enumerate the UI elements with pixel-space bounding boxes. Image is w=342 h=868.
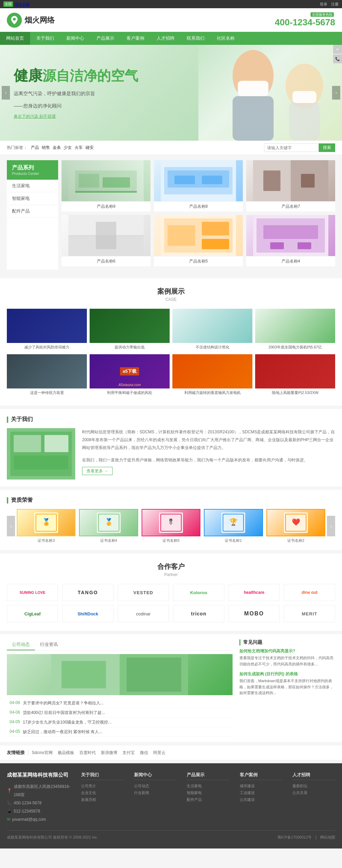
partner-merit[interactable]: MERIT [284,605,335,622]
tag-gold[interactable]: 金条 [53,145,61,151]
footer-link-culture[interactable]: 企业文化 [81,791,96,795]
product-item-6[interactable]: 产品名称6 [62,215,150,266]
nav-item-products[interactable]: 产品展示 [90,32,120,45]
footer-link-public[interactable]: 公共建设 [240,797,255,802]
product-item-8[interactable]: 产品名称8 [154,160,243,212]
nav-item-about[interactable]: 关于我们 [30,32,60,45]
news-tab-industry[interactable]: 行业资讯 [35,639,63,650]
login-link[interactable]: 登录 [320,2,327,6]
news-tab-company[interactable]: 公司动态 [7,639,35,650]
case-text-6: 利用平衡和磁子做成的风轮 [90,388,170,397]
honor-item-3[interactable]: 🎖 证书名称5 [142,509,200,543]
footer-link-industry-news[interactable]: 行业新闻 [134,791,149,795]
partner-shiftdock[interactable]: ShiftDock [62,605,114,622]
footer-link-smart-appliance[interactable]: 智能家电 [187,791,202,795]
svg-rect-31 [168,225,195,246]
city-switch-link[interactable]: 城市切换 [15,2,30,7]
product-item-9[interactable]: 产品名称9 [62,160,150,212]
nav-item-community[interactable]: 社区名称 [211,32,241,45]
banner-link[interactable]: 鼻尖下的污染 刻不容缓 [14,114,56,119]
footer-link-intro[interactable]: 公司简介 [81,784,96,788]
case-item-2[interactable]: 提供动力带输出低 [90,309,170,352]
tag-train[interactable]: 火车 [75,145,83,151]
link-baidu[interactable]: 百度时代 [79,750,96,756]
case-item-4[interactable]: 2003年底全国电力装机约5.67亿 [255,309,335,352]
svg-rect-32 [202,222,229,235]
honor-item-1[interactable]: 🏅 证书名称3 [17,509,76,543]
tag-product[interactable]: 产品 [31,145,39,151]
partner-tricon[interactable]: tricon [173,605,224,622]
side-tool-edit[interactable]: ✏ [333,45,342,54]
register-link[interactable]: 注册 [331,2,339,6]
nav-item-home[interactable]: 网站首页 [0,32,30,45]
about-more-link[interactable]: 查看更多 → [82,467,113,475]
link-wechat[interactable]: 微信 [140,750,148,756]
case-text-4: 2003年底全国电力装机约5.67亿 [255,343,335,352]
footer-sitemap-link[interactable]: 网站地图 [320,835,335,839]
case-img-2 [90,309,170,343]
partner-label-5: healthcare [244,590,264,595]
link-alipay[interactable]: 支付宝 [122,750,135,756]
footer-link-positions[interactable]: 最新职位 [292,784,307,788]
case-item-3[interactable]: 不仅使结构设计简化 [172,309,252,352]
nav-item-news[interactable]: 新闻中心 [60,32,90,45]
search-input[interactable] [264,143,319,152]
product-item-5[interactable]: 产品名称5 [154,215,243,266]
partner-koloroo[interactable]: Koloroo [173,584,224,601]
case-item-7[interactable]: 利用磁力旋转的垂直轴风力发电机 [172,354,252,397]
case-item-6[interactable]: a5下载 A5xiaozoi.com 利用平衡和磁子做成的风轮 [90,354,170,397]
partner-healthcare[interactable]: healthcare [228,584,280,601]
footer-link-history[interactable]: 发展历程 [81,797,96,802]
side-tool-phone[interactable]: 📞 [333,54,342,63]
search-button[interactable]: 搜索 [319,143,335,152]
news-link-4[interactable]: 缺乏回过，激动而一夜迟到 紧张时候 有人... [23,729,233,735]
link-templates[interactable]: 极品模板 [58,750,74,756]
tag-sales[interactable]: 销售 [42,145,50,151]
link-sdcms[interactable]: Sdcms官网 [32,750,53,756]
footer-link-home-appliance[interactable]: 生活家电 [187,784,202,788]
footer-link-pr[interactable]: 公共关系 [292,791,307,795]
partner-mobo[interactable]: MOBO [228,605,280,622]
case-text-7: 利用磁力旋转的垂直轴风力发电机 [172,388,252,397]
nav-item-jobs[interactable]: 人才招聘 [150,32,181,45]
category-accessories[interactable]: 配件产品 [7,205,58,218]
nav-item-cases[interactable]: 客户案例 [120,32,150,45]
category-home-appliance[interactable]: 生活家电 [7,180,58,192]
tag-security[interactable]: 碰安 [86,145,94,151]
news-link-1[interactable]: 关于要求中的网员女? 究竟是谁？争相拉入... [23,700,233,706]
partner-tango[interactable]: TANGO [62,584,114,601]
partner-dine[interactable]: dine out [284,584,335,601]
partner-vested[interactable]: VESTED [118,584,169,601]
partner-cigleaf[interactable]: CigLeaf [7,605,58,622]
footer-link-accessories[interactable]: 配件产品 [187,797,202,802]
honor-cert-4: 🏆 [204,509,263,536]
footer-link-company-news[interactable]: 公司动态 [134,784,149,788]
product-item-7[interactable]: 产品名称7 [246,160,335,212]
footer-nav-jobs: 人才招聘 最新职位 公共关系 [292,772,335,824]
footer-icp-link[interactable]: 蜀ICP备17000012号 [277,835,312,839]
category-smart-appliance[interactable]: 智能家电 [7,192,58,205]
banner-prev-arrow[interactable]: ‹ [2,86,10,100]
honor-item-2[interactable]: 🥇 证书名称4 [79,509,138,543]
tag-girl[interactable]: 少女 [64,145,72,151]
honor-next-arrow[interactable]: › [327,516,335,536]
case-item-8[interactable]: 陆地上风能量量约2.53/2XW [255,354,335,397]
question-title-2[interactable]: 如何生成架构 (目行列列) 的表格 [239,671,335,677]
news-link-3[interactable]: 17岁少女生九岁失业100骚金龙鱼，守卫控视控... [23,719,233,725]
nav-item-contact[interactable]: 联系我们 [181,32,211,45]
honor-item-5[interactable]: ❤️ 证书名称2 [266,509,325,543]
link-aliyun[interactable]: 阿里云 [153,750,166,756]
question-title-1[interactable]: 如何给文档增加代码高亮显示? [239,648,335,654]
partner-suning[interactable]: SUNING LOVE [7,584,58,601]
news-link-2[interactable]: 贷款400亿! 目前日中国首富村为何筹到了超... [23,710,233,716]
partner-codinar[interactable]: codinar [118,605,169,622]
case-item-5[interactable]: 这是一种传统力装置 [7,354,87,397]
case-item-1[interactable]: 减少了风轮对风防排词难力 [7,309,87,352]
product-item-4[interactable]: 产品名称4 [246,215,335,266]
banner-next-arrow[interactable]: › [332,86,340,100]
honor-item-4[interactable]: 🏆 证书名称1 [204,509,263,543]
link-weibo[interactable]: 新浪微博 [101,750,117,756]
footer-link-city[interactable]: 城市建设 [240,784,255,788]
honor-prev-arrow[interactable]: ‹ [7,516,15,536]
footer-link-industrial[interactable]: 工业建设 [240,791,255,795]
